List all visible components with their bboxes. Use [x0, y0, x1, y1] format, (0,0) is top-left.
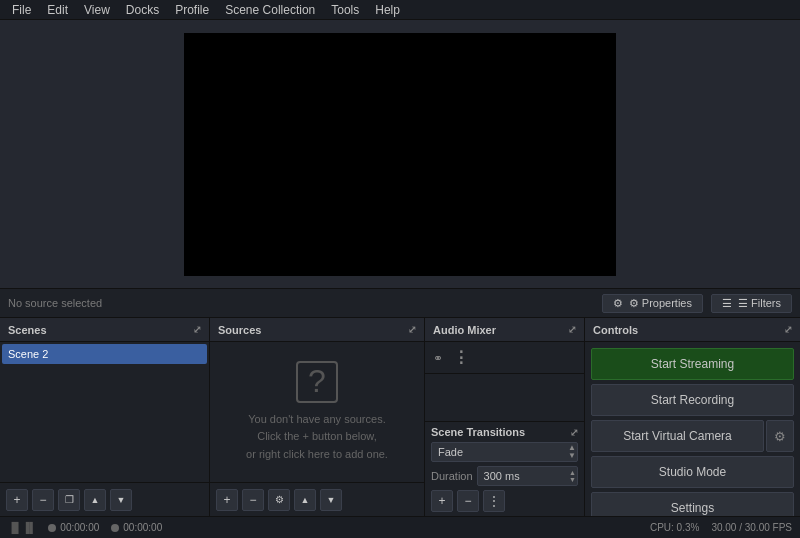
status-cpu: CPU: 0.3%	[650, 522, 699, 533]
duration-input-wrapper: ▲ ▼	[477, 466, 578, 486]
duration-input[interactable]	[477, 466, 578, 486]
add-source-button[interactable]: +	[216, 489, 238, 511]
duration-row: Duration ▲ ▼	[431, 466, 578, 486]
move-source-up-button[interactable]: ▲	[294, 489, 316, 511]
sources-expand-icon[interactable]: ⤢	[408, 324, 416, 335]
audio-panel: Audio Mixer ⤢ ⚭ ⋮ Scene Transitions ⤢ Fa…	[425, 318, 585, 516]
controls-content: Start Streaming Start Recording Start Vi…	[585, 342, 800, 516]
filter-icon: ☰	[722, 297, 732, 310]
sources-footer: + − ⚙ ▲ ▼	[210, 482, 424, 516]
start-virtual-camera-button[interactable]: Start Virtual Camera	[591, 420, 764, 452]
sources-empty-text: You don't have any sources. Click the + …	[246, 411, 388, 464]
move-scene-up-button[interactable]: ▲	[84, 489, 106, 511]
studio-mode-button[interactable]: Studio Mode	[591, 456, 794, 488]
audio-menu-button[interactable]: ⋮	[451, 346, 472, 369]
sources-panel: Sources ⤢ ? You don't have any sources. …	[210, 318, 425, 516]
gear-icon: ⚙	[774, 429, 786, 444]
scenes-panel: Scenes ⤢ Scene 2 + − ❐ ▲ ▼	[0, 318, 210, 516]
scenes-expand-icon[interactable]: ⤢	[193, 324, 201, 335]
statusbar: ▐▌▐▌ 00:00:00 00:00:00 CPU: 0.3% 30.00 /…	[0, 516, 800, 538]
add-transition-button[interactable]: +	[431, 490, 453, 512]
scenes-panel-header: Scenes ⤢	[0, 318, 209, 342]
transition-select-wrapper: Fade ▲ ▼	[431, 442, 578, 462]
properties-button[interactable]: ⚙ ⚙ Properties	[602, 294, 703, 313]
menu-tools[interactable]: Tools	[323, 1, 367, 19]
controls-expand-icon[interactable]: ⤢	[784, 324, 792, 335]
move-source-down-button[interactable]: ▼	[320, 489, 342, 511]
controls-panel-header: Controls ⤢	[585, 318, 800, 342]
status-bars-icon: ▐▌▐▌	[8, 522, 36, 533]
duration-label: Duration	[431, 470, 473, 482]
scenes-list: Scene 2	[0, 342, 209, 482]
fps-label: 30.00 / 30.00 FPS	[711, 522, 792, 533]
menu-view[interactable]: View	[76, 1, 118, 19]
menubar: File Edit View Docks Profile Scene Colle…	[0, 0, 800, 20]
gear-small-icon: ⚙	[613, 297, 623, 310]
cpu-label: CPU: 0.3%	[650, 522, 699, 533]
remove-source-button[interactable]: −	[242, 489, 264, 511]
menu-edit[interactable]: Edit	[39, 1, 76, 19]
menu-scene-collection[interactable]: Scene Collection	[217, 1, 323, 19]
duration-arrows: ▲ ▼	[569, 469, 576, 483]
sources-panel-title: Sources	[218, 324, 261, 336]
source-controls-bar: No source selected ⚙ ⚙ Properties ☰ ☰ Fi…	[0, 288, 800, 318]
move-scene-down-button[interactable]: ▼	[110, 489, 132, 511]
scenes-panel-title: Scenes	[8, 324, 47, 336]
filters-button[interactable]: ☰ ☰ Filters	[711, 294, 792, 313]
remove-transition-button[interactable]: −	[457, 490, 479, 512]
scene-transitions-title: Scene Transitions	[431, 426, 525, 438]
audio-panel-title: Audio Mixer	[433, 324, 496, 336]
audio-panel-header: Audio Mixer ⤢	[425, 318, 584, 342]
menu-file[interactable]: File	[4, 1, 39, 19]
record-time-label: 00:00:00	[123, 522, 162, 533]
audio-expand-icon[interactable]: ⤢	[568, 324, 576, 335]
status-fps: 30.00 / 30.00 FPS	[711, 522, 792, 533]
remove-scene-button[interactable]: −	[32, 489, 54, 511]
transitions-footer: + − ⋮	[431, 490, 578, 512]
status-stream-time: 00:00:00	[48, 522, 99, 533]
source-settings-button[interactable]: ⚙	[268, 489, 290, 511]
virtual-camera-row: Start Virtual Camera ⚙	[591, 420, 794, 452]
preview-area	[0, 20, 800, 288]
status-record-time: 00:00:00	[111, 522, 162, 533]
scene-transitions-expand-icon[interactable]: ⤢	[570, 427, 578, 438]
start-streaming-button[interactable]: Start Streaming	[591, 348, 794, 380]
stream-dot	[48, 524, 56, 532]
record-dot	[111, 524, 119, 532]
preview-canvas	[184, 33, 616, 276]
scene-item[interactable]: Scene 2	[2, 344, 207, 364]
menu-docks[interactable]: Docks	[118, 1, 167, 19]
controls-panel-title: Controls	[593, 324, 638, 336]
audio-mixer-content	[425, 374, 584, 421]
controls-panel: Controls ⤢ Start Streaming Start Recordi…	[585, 318, 800, 516]
menu-profile[interactable]: Profile	[167, 1, 217, 19]
scene-transitions-header: Scene Transitions ⤢	[431, 426, 578, 438]
scene-transitions-panel: Scene Transitions ⤢ Fade ▲ ▼ Duration ▲	[425, 421, 584, 516]
no-source-label: No source selected	[8, 297, 594, 309]
transition-menu-button[interactable]: ⋮	[483, 490, 505, 512]
menu-help[interactable]: Help	[367, 1, 408, 19]
sources-panel-header: Sources ⤢	[210, 318, 424, 342]
stream-time-label: 00:00:00	[60, 522, 99, 533]
duplicate-scene-button[interactable]: ❐	[58, 489, 80, 511]
main-panels: Scenes ⤢ Scene 2 + − ❐ ▲ ▼ Sources ⤢ ? Y…	[0, 318, 800, 516]
add-scene-button[interactable]: +	[6, 489, 28, 511]
scenes-footer: + − ❐ ▲ ▼	[0, 482, 209, 516]
start-recording-button[interactable]: Start Recording	[591, 384, 794, 416]
audio-link-button[interactable]: ⚭	[431, 349, 445, 367]
transition-select[interactable]: Fade	[431, 442, 578, 462]
sources-empty-icon: ?	[296, 361, 338, 403]
settings-button[interactable]: Settings	[591, 492, 794, 516]
sources-empty-state[interactable]: ? You don't have any sources. Click the …	[210, 342, 424, 482]
virtual-camera-settings-button[interactable]: ⚙	[766, 420, 794, 452]
audio-mixer-controls: ⚭ ⋮	[425, 342, 584, 374]
